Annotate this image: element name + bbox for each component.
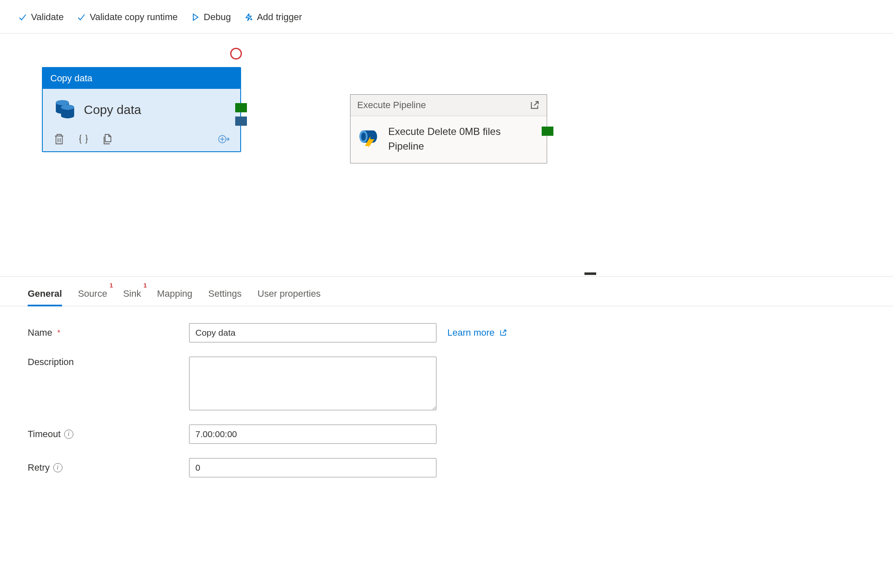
debug-button[interactable]: Debug — [191, 12, 231, 23]
pipeline-icon — [358, 127, 380, 151]
tab-user-properties[interactable]: User properties — [257, 288, 320, 306]
pane-resize-handle[interactable] — [584, 272, 596, 275]
validate-copy-runtime-label: Validate copy runtime — [90, 12, 178, 23]
debug-label: Debug — [204, 12, 231, 23]
activity-header: Copy data — [43, 68, 240, 89]
retry-label: Retry i — [28, 462, 189, 473]
completion-output-handle[interactable] — [235, 117, 247, 126]
activity-title: Copy data — [84, 103, 141, 117]
info-icon[interactable]: i — [53, 463, 62, 472]
tab-sink-label: Sink — [123, 288, 141, 299]
activity-header-label: Execute Pipeline — [357, 100, 426, 111]
validate-label: Validate — [31, 12, 64, 23]
info-icon[interactable]: i — [64, 430, 73, 439]
activity-body: Copy data — [43, 89, 240, 151]
braces-icon[interactable] — [77, 133, 90, 145]
tab-source-label: Source — [78, 288, 107, 299]
general-properties-form: Name* Learn more Description Timeout i R… — [0, 306, 893, 508]
tab-source[interactable]: Source 1 — [78, 288, 107, 306]
activity-title: Execute Delete 0MB files Pipeline — [388, 124, 539, 154]
description-label: Description — [28, 357, 189, 368]
timeout-label: Timeout i — [28, 429, 189, 440]
copy-icon[interactable] — [101, 133, 114, 145]
copy-data-activity[interactable]: Copy data Copy data — [42, 67, 241, 152]
name-input[interactable] — [189, 323, 436, 342]
open-external-icon[interactable] — [529, 100, 540, 111]
add-trigger-button[interactable]: Add trigger — [244, 12, 302, 23]
pipeline-toolbar: Validate Validate copy runtime Debug Add… — [0, 0, 893, 34]
breakpoint-indicator[interactable] — [230, 48, 242, 60]
execute-pipeline-activity[interactable]: Execute Pipeline Execute Delete 0MB file… — [350, 94, 547, 163]
add-output-icon[interactable] — [218, 133, 230, 145]
play-icon — [191, 13, 200, 21]
success-output-handle[interactable] — [542, 127, 553, 136]
database-icon — [55, 98, 75, 121]
tab-settings[interactable]: Settings — [208, 288, 242, 306]
svg-point-5 — [61, 105, 74, 110]
lightning-icon — [244, 13, 253, 21]
learn-more-link[interactable]: Learn more — [447, 327, 507, 338]
validate-copy-runtime-button[interactable]: Validate copy runtime — [77, 12, 178, 23]
validate-button[interactable]: Validate — [18, 12, 64, 23]
timeout-input[interactable] — [189, 425, 436, 444]
retry-input[interactable] — [189, 458, 436, 477]
sink-error-badge: 1 — [143, 282, 147, 289]
pipeline-canvas[interactable]: Copy data Copy data — [0, 34, 893, 277]
open-external-icon — [499, 329, 507, 337]
required-indicator: * — [57, 329, 60, 337]
svg-point-3 — [56, 100, 69, 106]
name-label: Name* — [28, 327, 189, 338]
tab-sink[interactable]: Sink 1 — [123, 288, 141, 306]
tab-mapping[interactable]: Mapping — [157, 288, 192, 306]
success-output-handle[interactable] — [235, 103, 247, 112]
checkmark-icon — [18, 13, 27, 21]
description-input[interactable] — [189, 357, 436, 410]
checkmark-icon — [77, 13, 86, 21]
tab-general[interactable]: General — [28, 288, 62, 306]
properties-tabs: General Source 1 Sink 1 Mapping Settings… — [0, 277, 893, 306]
delete-icon[interactable] — [53, 133, 65, 145]
svg-point-12 — [361, 132, 366, 141]
add-trigger-label: Add trigger — [257, 12, 302, 23]
source-error-badge: 1 — [109, 282, 113, 289]
